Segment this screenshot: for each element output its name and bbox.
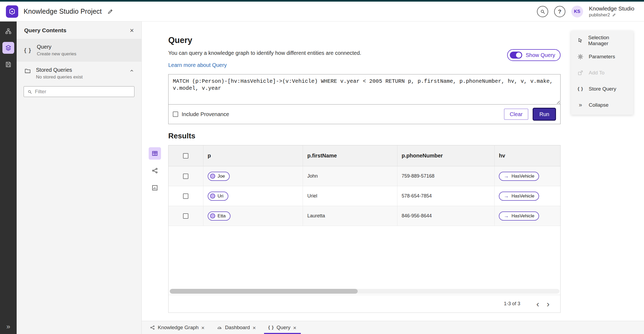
edge-label: HasVehicle (511, 174, 534, 179)
folder-icon (24, 67, 31, 80)
menu-item-label: Add To (589, 70, 605, 76)
braces-icon: { } (24, 47, 31, 53)
gear-icon (577, 53, 584, 60)
entity-node-icon (210, 193, 215, 199)
menu-item-add-to[interactable]: Add To (571, 65, 633, 81)
add-to-icon (577, 70, 584, 76)
tab-close-icon[interactable]: × (201, 325, 204, 331)
edge-pill[interactable]: → HasVehicle (499, 172, 539, 181)
horizontal-scrollbar-track[interactable] (169, 289, 559, 294)
table-row: Uri Uriel 578-654-7854 → HasVehicle (169, 186, 560, 206)
chevron-up-icon[interactable] (129, 68, 134, 73)
avatar[interactable]: KS (571, 6, 583, 17)
filter-input[interactable] (35, 89, 131, 95)
results-table: p p.firstName p.phoneNumber hv Joe (168, 145, 561, 313)
entity-node-icon (210, 213, 215, 218)
panel-header: Query Contents × (17, 21, 141, 39)
tab-query[interactable]: { } Query × (264, 321, 301, 334)
table-header: p p.firstName p.phoneNumber hv (169, 145, 560, 166)
query-editor[interactable]: MATCH (p:Person)-[hv:HasVehicle]->(v:Veh… (169, 74, 560, 104)
tab-label: Query (277, 325, 291, 331)
entity-label: Etta (218, 213, 226, 219)
tab-dashboard[interactable]: Dashboard × (213, 321, 260, 334)
activity-rail: » (0, 21, 17, 334)
user-name: Knowledge Studio (589, 5, 634, 12)
run-button[interactable]: Run (533, 108, 556, 121)
menu-item-label: Collapse (589, 102, 609, 108)
tab-label: Dashboard (225, 325, 250, 331)
edit-title-icon[interactable] (107, 8, 114, 15)
user-info: Knowledge Studio publisher2 (589, 5, 634, 18)
cell-firstname: John (303, 166, 397, 186)
pagination-next-icon[interactable]: › (543, 300, 553, 308)
stored-queries-subtitle: No stored queries exist (36, 74, 83, 80)
edge-pill[interactable]: → HasVehicle (499, 211, 539, 221)
clear-button[interactable]: Clear (504, 109, 529, 120)
edit-user-icon[interactable] (612, 13, 616, 17)
table-row: Etta Lauretta 846-956-8644 → HasVehicle (169, 206, 560, 226)
menu-item-collapse[interactable]: » Collapse (571, 97, 633, 113)
menu-item-parameters[interactable]: Parameters (571, 49, 633, 65)
menu-item-selection-manager[interactable]: Selection Manager (571, 33, 633, 49)
learn-more-link[interactable]: Learn more about Query (168, 62, 227, 68)
column-header-phonenumber[interactable]: p.phoneNumber (397, 145, 495, 166)
row-checkbox[interactable] (183, 213, 188, 219)
help-icon[interactable]: ? (554, 6, 565, 17)
topbar: Knowledge Studio Project ? KS Knowledge … (0, 2, 644, 21)
app-logo-icon[interactable] (6, 5, 18, 18)
show-query-label: Show Query (526, 52, 555, 58)
sidebar-item-query[interactable]: { } Query Create new queries (17, 39, 141, 62)
graph-view-icon[interactable] (149, 164, 161, 177)
entity-pill[interactable]: Etta (208, 211, 230, 221)
table-pagination: 1-3 of 3 ‹ › (169, 295, 560, 313)
stored-queries-title: Stored Queries (36, 67, 83, 73)
selection-manager-icon (577, 37, 583, 44)
toggle-track[interactable] (510, 52, 522, 59)
horizontal-scrollbar-thumb[interactable] (170, 289, 358, 294)
chart-view-icon[interactable] (149, 182, 161, 194)
user-role: publisher2 (589, 12, 610, 18)
include-provenance-checkbox[interactable] (173, 112, 178, 117)
row-checkbox[interactable] (183, 174, 188, 179)
flow-diagram-icon[interactable] (2, 25, 14, 37)
menu-item-store-query[interactable]: { } Store Query (571, 81, 633, 97)
entity-pill[interactable]: Uri (208, 192, 228, 201)
select-all-checkbox[interactable] (183, 153, 188, 159)
table-row: Joe John 759-889-57168 → HasVehicle (169, 166, 560, 186)
edge-label: HasVehicle (511, 213, 534, 219)
edge-arrow-icon: → (504, 213, 509, 218)
table-view-icon[interactable] (149, 147, 161, 160)
cell-firstname: Uriel (303, 186, 397, 206)
column-header-hv[interactable]: hv (495, 145, 560, 166)
tab-knowledge-graph[interactable]: Knowledge Graph × (145, 321, 209, 334)
dashboard-icon (217, 325, 222, 330)
project-title: Knowledge Studio Project (24, 8, 102, 15)
query-contents-panel: Query Contents × { } Query Create new qu… (17, 21, 142, 334)
tab-close-icon[interactable]: × (253, 325, 256, 331)
layers-icon[interactable] (2, 42, 14, 54)
edge-pill[interactable]: → HasVehicle (499, 192, 539, 201)
cell-phonenumber: 846-956-8644 (397, 206, 495, 226)
table-empty-area (169, 226, 560, 295)
panel-close-icon[interactable]: × (130, 27, 134, 34)
column-header-p[interactable]: p (203, 145, 303, 166)
row-checkbox[interactable] (183, 193, 188, 199)
results-area: p p.firstName p.phoneNumber hv Joe (168, 145, 561, 313)
entity-pill[interactable]: Joe (208, 172, 230, 181)
pagination-prev-icon[interactable]: ‹ (533, 300, 543, 308)
search-icon[interactable] (537, 6, 548, 17)
save-icon[interactable] (2, 59, 14, 70)
query-actions-menu: Selection Manager Parameters Add To { } … (571, 31, 633, 115)
stored-queries-section: Stored Queries No stored queries exist (17, 62, 141, 83)
show-query-toggle[interactable]: Show Query (507, 49, 561, 61)
rail-expand-icon[interactable]: » (0, 322, 17, 331)
cell-firstname: Lauretta (303, 206, 397, 226)
knowledge-graph-icon (150, 325, 155, 330)
query-editor-wrap: MATCH (p:Person)-[hv:HasVehicle]->(v:Veh… (169, 74, 560, 105)
tab-label: Knowledge Graph (158, 325, 199, 331)
topbar-left: Knowledge Studio Project (6, 5, 114, 18)
column-header-firstname[interactable]: p.firstName (303, 145, 397, 166)
tab-close-icon[interactable]: × (293, 325, 296, 331)
app-root: Knowledge Studio Project ? KS Knowledge … (0, 0, 644, 334)
edge-arrow-icon: → (504, 193, 509, 199)
